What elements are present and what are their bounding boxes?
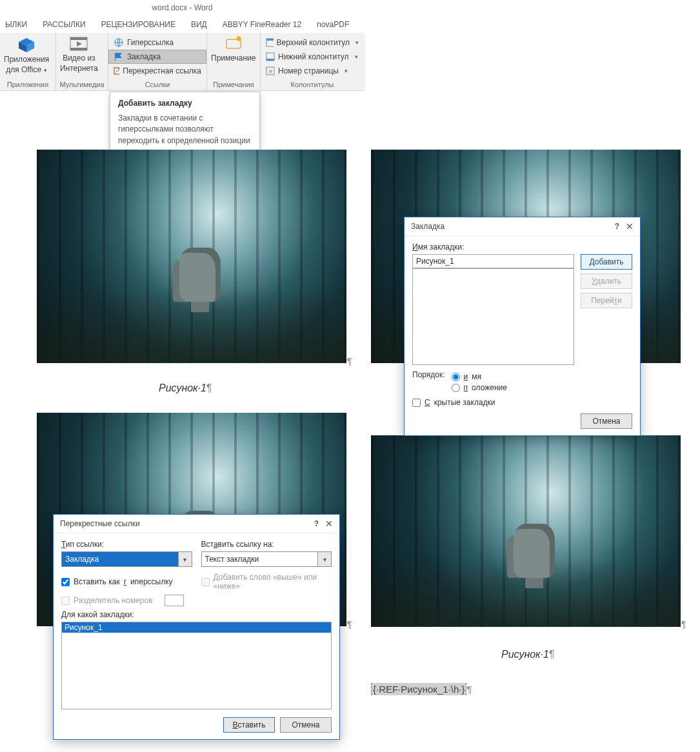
group-notes: Примечание Примечания [207,33,261,90]
group-links-label: Ссылки [108,79,206,90]
caption-1-text: Рисунок·1 [159,382,206,393]
title-bar: word.docx - Word [0,0,365,16]
group-headers: Верхний колонтитул Нижний колонтитул # Н… [261,33,364,90]
tab-novapdf[interactable]: novaPDF [317,20,349,29]
apps-button[interactable]: Приложения для Office [0,34,53,79]
add-button[interactable]: Добавить [581,254,632,270]
footer-icon [266,52,275,61]
apps-label-2: для Office [6,65,47,74]
bookmark-name-input[interactable] [412,254,574,268]
header-icon [266,38,274,47]
svg-rect-4 [70,37,87,40]
tooltip-title: Добавить закладку [110,92,259,110]
bookmark-list[interactable]: Рисунок_1 [61,622,332,709]
chevron-down-icon[interactable] [317,552,331,566]
bookmark-dialog: Закладка ? ✕ Имя закладки: Добавить Удал… [404,217,641,436]
hyperlink-label: Гиперссылка [127,36,174,49]
page-number-label: Номер страницы [278,64,339,77]
page-number-icon: # [266,66,275,75]
comment-label: Примечание [211,54,255,63]
online-video-button[interactable]: Видео из Интернета [56,34,102,79]
bookmark-label: Закладка [127,50,161,63]
document-image-4 [371,435,681,627]
image-caption-1: Рисунок·1 [159,382,212,394]
group-apps: Приложения для Office Приложения [0,33,56,90]
bookmark-button[interactable]: Закладка [108,50,206,64]
caption-2-text: Рисунок·1 [501,649,549,660]
svg-text:#: # [269,68,272,75]
cancel-button[interactable]: Отмена [280,717,332,733]
insert-button[interactable]: Вставить [223,717,275,733]
delete-button: Удалить [581,273,632,289]
paragraph-mark [347,619,352,629]
crossref-dialog-titlebar[interactable]: Перекрестные ссылки ? ✕ [54,515,339,533]
ref-type-value: Закладка [62,552,178,566]
page-number-button[interactable]: # Номер страницы [261,64,364,78]
close-button[interactable]: ✕ [626,221,634,232]
bookmark-dialog-title: Закладка [411,222,445,231]
svg-marker-9 [115,53,122,58]
tab-view[interactable]: ВИД [191,20,207,29]
insert-as-hyperlink-check[interactable]: Вставить как гиперссылку [61,573,192,591]
bookmark-list[interactable] [412,268,574,365]
document-image-1 [37,150,346,363]
tab-mailings[interactable]: РАССЫЛКИ [43,20,85,29]
num-sep-label: Разделитель номеров [74,596,153,605]
header-button[interactable]: Верхний колонтитул [261,35,364,50]
apps-label-1: Приложения [4,55,49,64]
hidden-bookmarks-check[interactable]: Скрытые закладки [412,398,632,407]
group-media: Видео из Интернета Мультимедиа [56,33,108,90]
svg-marker-6 [77,41,82,46]
header-label: Верхний колонтитул [277,36,350,49]
svg-rect-5 [70,48,87,50]
footer-label: Нижний колонтитул [278,50,349,63]
order-position-radio[interactable]: положение [452,383,507,392]
bookmark-name-label: И [412,242,418,252]
group-media-label: Мультимедиа [56,79,108,90]
ref-field-code[interactable]: {·REF·Рисунок_1·\h·} [371,683,466,695]
chevron-down-icon[interactable] [178,552,192,566]
close-button[interactable]: ✕ [325,519,333,529]
tab-finereader[interactable]: ABBYY FineReader 12 [223,20,302,29]
svg-rect-8 [115,53,115,61]
group-notes-label: Примечания [207,79,260,90]
list-item[interactable]: Рисунок_1 [62,622,331,633]
num-sep-input [165,595,184,606]
group-headers-label: Колонтитулы [261,79,364,90]
hyperlink-icon [114,37,124,48]
tab-review[interactable]: РЕЦЕНЗИРОВАНИЕ [101,20,175,29]
paragraph-mark [347,356,352,366]
svg-rect-14 [266,39,274,41]
crossref-icon [114,66,119,75]
insert-ref-combo[interactable]: Текст закладки [201,551,332,567]
ribbon: Приложения для Office Приложения Видео и… [0,33,365,91]
group-links: Гиперссылка Закладка Перекрестная ссылка… [108,33,207,90]
footer-button[interactable]: Нижний колонтитул [261,50,364,64]
svg-rect-16 [266,59,274,61]
ribbon-tabs: ЫЛКИ РАССЫЛКИ РЕЦЕНЗИРОВАНИЕ ВИД ABBYY F… [0,16,375,33]
crossref-dialog-title: Перекрестные ссылки [60,519,140,528]
bookmark-dialog-titlebar[interactable]: Закладка ? ✕ [405,217,640,236]
above-below-check: Добавить слово «выше» или «ниже» [201,573,332,591]
comment-icon [225,35,243,52]
number-separator-check: Разделитель номеров [61,595,332,606]
crossref-label: Перекрестная ссылка [123,64,201,77]
comment-button[interactable]: Примечание [207,34,259,79]
crossref-dialog: Перекрестные ссылки ? ✕ Тип ссылки: Закл… [53,514,340,740]
cancel-button[interactable]: Отмена [581,413,632,429]
paragraph-mark [681,619,686,629]
group-apps-label: Приложения [0,79,55,90]
help-button[interactable]: ? [314,519,319,528]
crossref-button[interactable]: Перекрестная ссылка [108,64,206,78]
image-caption-2: Рисунок·1 [501,649,555,660]
hyperlink-button[interactable]: Гиперссылка [108,35,206,50]
ref-type-combo[interactable]: Закладка [61,551,192,567]
tab-links-partial[interactable]: ЫЛКИ [5,20,27,29]
help-button[interactable]: ? [615,222,619,231]
order-label: Порядок: [412,370,445,379]
order-name-radio[interactable]: имя [452,372,507,381]
ref-field-code-line: {·REF·Рисунок_1·\h·} [371,684,472,695]
video-icon [69,35,88,52]
store-icon [17,35,35,54]
video-label-1: Видео из [63,54,95,63]
